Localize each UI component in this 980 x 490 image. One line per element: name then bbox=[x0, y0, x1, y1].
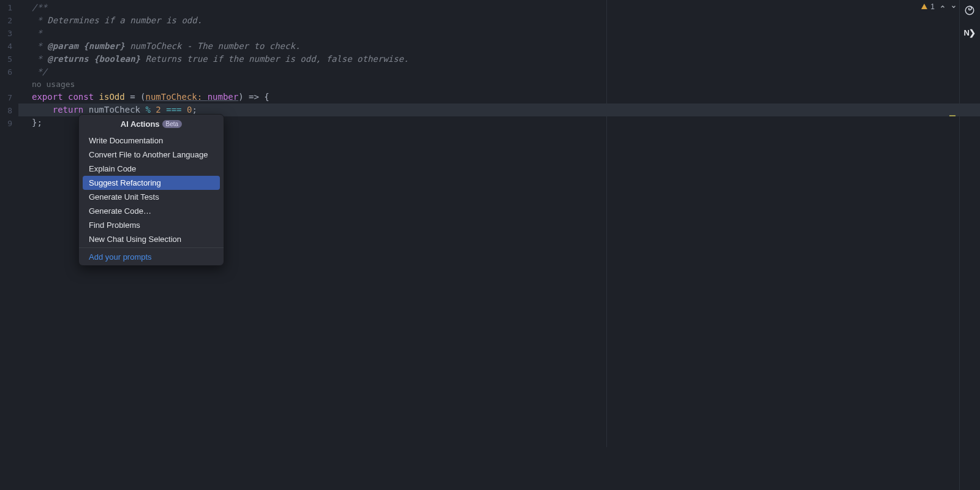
nx-console-icon[interactable]: N❯ bbox=[964, 28, 975, 37]
chevron-up-icon[interactable] bbox=[940, 4, 946, 10]
popup-header: AI Actions Beta bbox=[79, 115, 224, 132]
menu-item-explain-code[interactable]: Explain Code bbox=[83, 162, 220, 176]
line-number: 1 bbox=[0, 1, 18, 14]
problems-indicator[interactable]: 1 bbox=[921, 2, 957, 11]
code-editor[interactable]: 1 2 3 4 5 6 7 8 9 /** * Determines if a … bbox=[0, 0, 980, 490]
popup-title: AI Actions bbox=[121, 119, 160, 129]
line-number: 8 bbox=[0, 104, 18, 117]
code-line[interactable]: * bbox=[18, 27, 980, 40]
code-line[interactable]: * @param {number} numToCheck - The numbe… bbox=[18, 40, 980, 53]
popup-footer: Add your prompts bbox=[79, 247, 224, 265]
line-number: 6 bbox=[0, 66, 18, 78]
menu-item-generate-code[interactable]: Generate Code… bbox=[83, 204, 220, 218]
editor-ruler bbox=[606, 0, 607, 447]
chevron-down-icon[interactable] bbox=[951, 4, 957, 10]
popup-items-list: Write Documentation Convert File to Anot… bbox=[79, 132, 224, 247]
ai-assistant-icon[interactable] bbox=[964, 5, 975, 16]
menu-item-write-documentation[interactable]: Write Documentation bbox=[83, 134, 220, 148]
line-number: 7 bbox=[0, 91, 18, 104]
ai-actions-popup: AI Actions Beta Write Documentation Conv… bbox=[78, 114, 224, 266]
line-number: 9 bbox=[0, 117, 18, 130]
menu-item-new-chat[interactable]: New Chat Using Selection bbox=[83, 232, 220, 246]
line-number bbox=[0, 78, 18, 91]
line-number: 3 bbox=[0, 27, 18, 40]
line-number: 5 bbox=[0, 53, 18, 66]
right-gutter: 1 N❯ bbox=[940, 0, 980, 490]
code-line[interactable]: /** bbox=[18, 1, 980, 14]
warning-marker[interactable] bbox=[949, 115, 956, 116]
scroll-track bbox=[959, 0, 960, 490]
add-prompts-link[interactable]: Add your prompts bbox=[89, 252, 152, 262]
menu-item-suggest-refactoring[interactable]: Suggest Refactoring bbox=[83, 176, 220, 190]
warning-count: 1 bbox=[930, 2, 935, 11]
code-line[interactable]: * @returns {boolean} Returns true if the… bbox=[18, 53, 980, 66]
inlay-hint-no-usages[interactable]: no usages bbox=[18, 78, 980, 91]
line-number: 2 bbox=[0, 14, 18, 27]
menu-item-convert-file[interactable]: Convert File to Another Language bbox=[83, 148, 220, 162]
code-line[interactable]: export const isOdd = (numToCheck: number… bbox=[18, 91, 980, 104]
warning-icon bbox=[921, 3, 928, 10]
line-gutter: 1 2 3 4 5 6 7 8 9 bbox=[0, 0, 18, 490]
menu-item-find-problems[interactable]: Find Problems bbox=[83, 218, 220, 232]
code-line[interactable]: */ bbox=[18, 66, 980, 78]
line-number: 4 bbox=[0, 40, 18, 53]
beta-badge: Beta bbox=[162, 120, 183, 128]
code-line[interactable]: * Determines if a number is odd. bbox=[18, 14, 980, 27]
menu-item-generate-unit-tests[interactable]: Generate Unit Tests bbox=[83, 190, 220, 204]
